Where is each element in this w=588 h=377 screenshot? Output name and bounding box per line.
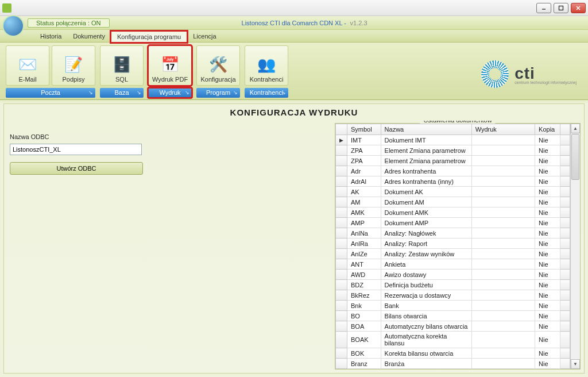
- ribbon-btn-kontrahenci[interactable]: 👥Kontrahenci: [245, 45, 288, 86]
- table-row[interactable]: ZPAElement Zmiana parametrowNie: [336, 145, 570, 156]
- cell-sym[interactable]: ANT: [347, 259, 381, 270]
- cell-wyd[interactable]: [471, 166, 535, 176]
- cell-naz[interactable]: Awizo dostawy: [381, 270, 471, 280]
- cell-wyd[interactable]: [471, 249, 535, 259]
- cell-wyd[interactable]: [471, 348, 535, 359]
- cell-naz[interactable]: Dokument AMK: [381, 207, 471, 218]
- cell-wyd[interactable]: [471, 332, 535, 348]
- table-row[interactable]: AnlRaAnalizy: RaportNie: [336, 238, 570, 249]
- table-row[interactable]: AMKDokument AMKNie: [336, 207, 570, 218]
- cell-naz[interactable]: Dokument AMP: [381, 218, 471, 228]
- cell-kop[interactable]: Nie: [535, 166, 560, 176]
- cell-sym[interactable]: IMT: [347, 135, 381, 145]
- cell-wyd[interactable]: [471, 359, 535, 369]
- cell-sym[interactable]: AMP: [347, 218, 381, 228]
- table-row[interactable]: BDZDefinicja budżetuNie: [336, 280, 570, 290]
- row-selector[interactable]: [336, 218, 347, 228]
- cell-wyd[interactable]: [471, 207, 535, 218]
- cell-naz[interactable]: Korekta bilansu otwarcia: [381, 348, 471, 359]
- table-row[interactable]: AnlZeAnalizy: Zestaw wynikówNie: [336, 249, 570, 259]
- odbc-input[interactable]: [10, 144, 142, 155]
- menu-licencja[interactable]: Licencja: [187, 31, 222, 42]
- cell-wyd[interactable]: [471, 301, 535, 311]
- row-selector[interactable]: [336, 270, 347, 280]
- cell-wyd[interactable]: [471, 228, 535, 238]
- ribbon-group-label[interactable]: Program: [196, 88, 240, 98]
- row-selector[interactable]: [336, 311, 347, 321]
- cell-kop[interactable]: Nie: [535, 348, 560, 359]
- cell-kop[interactable]: Nie: [535, 301, 560, 311]
- cell-naz[interactable]: Adres kontrahenta (inny): [381, 176, 471, 187]
- cell-naz[interactable]: Element Zmiana parametrow: [381, 145, 471, 156]
- cell-wyd[interactable]: [471, 176, 535, 187]
- row-selector[interactable]: [336, 332, 347, 348]
- ribbon-group-label[interactable]: Wydruk: [148, 88, 192, 98]
- cell-sym[interactable]: AnlZe: [347, 249, 381, 259]
- cell-wyd[interactable]: [471, 156, 535, 166]
- cell-naz[interactable]: Adres kontrahenta: [381, 166, 471, 176]
- cell-kop[interactable]: Nie: [535, 238, 560, 249]
- table-row[interactable]: AKDokument AKNie: [336, 187, 570, 197]
- table-row[interactable]: ZPAElement Zmiana parametrowNie: [336, 156, 570, 166]
- cell-sym[interactable]: AdrAl: [347, 176, 381, 187]
- row-selector[interactable]: [336, 156, 347, 166]
- cell-wyd[interactable]: [471, 218, 535, 228]
- cell-sym[interactable]: AWD: [347, 270, 381, 280]
- cell-kop[interactable]: Nie: [535, 321, 560, 332]
- cell-naz[interactable]: Dokument AK: [381, 187, 471, 197]
- cell-wyd[interactable]: [471, 311, 535, 321]
- cell-naz[interactable]: Analizy: Zestaw wyników: [381, 249, 471, 259]
- cell-kop[interactable]: Nie: [535, 135, 560, 145]
- cell-sym[interactable]: BOA: [347, 321, 381, 332]
- table-row[interactable]: ANTAnkietaNie: [336, 259, 570, 270]
- cell-kop[interactable]: Nie: [535, 249, 560, 259]
- cell-sym[interactable]: BO: [347, 311, 381, 321]
- ribbon-group-label[interactable]: Poczta: [6, 88, 95, 98]
- cell-wyd[interactable]: [471, 270, 535, 280]
- cell-sym[interactable]: Branz: [347, 359, 381, 369]
- cell-wyd[interactable]: [471, 187, 535, 197]
- cell-sym[interactable]: AM: [347, 197, 381, 207]
- table-row[interactable]: BOAAutomatyczny bilans otwarciaNie: [336, 321, 570, 332]
- row-selector[interactable]: [336, 145, 347, 156]
- menu-historia[interactable]: Historia: [34, 31, 67, 42]
- row-selector[interactable]: [336, 135, 347, 145]
- cell-sym[interactable]: AK: [347, 187, 381, 197]
- table-row[interactable]: AMPDokument AMPNie: [336, 218, 570, 228]
- cell-naz[interactable]: Ankieta: [381, 259, 471, 270]
- minimize-button[interactable]: [536, 3, 551, 13]
- row-selector[interactable]: [336, 348, 347, 359]
- ribbon-group-label[interactable]: Kontrahenci: [245, 88, 288, 98]
- scroll-thumb[interactable]: [571, 134, 579, 180]
- cell-kop[interactable]: Nie: [535, 259, 560, 270]
- cell-wyd[interactable]: [471, 145, 535, 156]
- table-row[interactable]: AdrAlAdres kontrahenta (inny)Nie: [336, 176, 570, 187]
- cell-sym[interactable]: Bnk: [347, 301, 381, 311]
- table-row[interactable]: BOKKorekta bilansu otwarciaNie: [336, 348, 570, 359]
- col-kopia[interactable]: Kopia: [535, 124, 560, 135]
- cell-kop[interactable]: Nie: [535, 280, 560, 290]
- col-symbol[interactable]: Symbol: [347, 124, 381, 135]
- cell-kop[interactable]: Nie: [535, 359, 560, 369]
- cell-sym[interactable]: BOK: [347, 348, 381, 359]
- table-row[interactable]: IMTDokument IMTNie: [336, 135, 570, 145]
- table-row[interactable]: AdrAdres kontrahentaNie: [336, 166, 570, 176]
- cell-kop[interactable]: Nie: [535, 197, 560, 207]
- table-row[interactable]: BranzBranżaNie: [336, 359, 570, 369]
- cell-kop[interactable]: Nie: [535, 290, 560, 301]
- scroll-up-icon[interactable]: ▲: [571, 124, 580, 133]
- menu-dokumenty[interactable]: Dokumenty: [67, 31, 111, 42]
- row-selector[interactable]: [336, 259, 347, 270]
- cell-sym[interactable]: AnlNa: [347, 228, 381, 238]
- cell-kop[interactable]: Nie: [535, 228, 560, 238]
- row-selector[interactable]: [336, 249, 347, 259]
- cell-sym[interactable]: Adr: [347, 166, 381, 176]
- cell-kop[interactable]: Nie: [535, 311, 560, 321]
- table-row[interactable]: AnlNaAnalizy: NagłówekNie: [336, 228, 570, 238]
- cell-kop[interactable]: Nie: [535, 187, 560, 197]
- ribbon-btn-e-mail[interactable]: ✉️E-Mail: [6, 45, 49, 86]
- row-selector[interactable]: [336, 197, 347, 207]
- cell-naz[interactable]: Bilans otwarcia: [381, 311, 471, 321]
- cell-kop[interactable]: Nie: [535, 156, 560, 166]
- col-nazwa[interactable]: Nazwa: [381, 124, 471, 135]
